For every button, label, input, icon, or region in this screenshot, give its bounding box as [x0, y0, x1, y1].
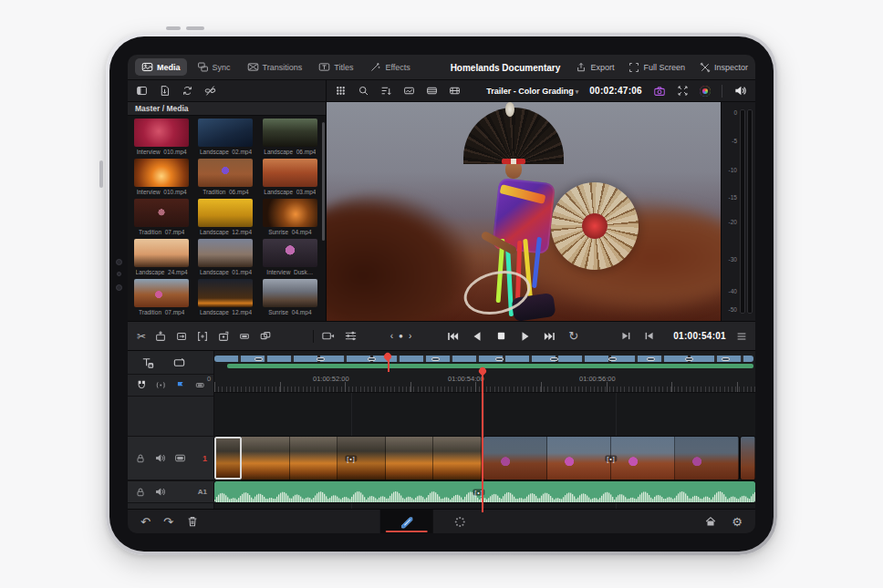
- clip-thumbnail[interactable]: [198, 119, 253, 147]
- playhead[interactable]: [482, 367, 483, 512]
- mute-speaker-icon[interactable]: [154, 486, 166, 498]
- speaker-icon[interactable]: [733, 84, 747, 98]
- match-frame-in-icon[interactable]: [643, 330, 655, 342]
- step-back-button[interactable]: [471, 330, 483, 343]
- tab-sync[interactable]: Sync: [191, 58, 237, 76]
- jog-dot[interactable]: ●: [399, 332, 403, 340]
- lock-icon[interactable]: [135, 487, 146, 498]
- strip-view-icon[interactable]: [426, 85, 438, 97]
- smart-insert-icon[interactable]: [154, 330, 167, 343]
- tab-transitions[interactable]: Transitions: [241, 58, 309, 76]
- media-clip[interactable]: Landscape_03.mp4: [260, 159, 320, 199]
- clip-thumbnail[interactable]: [134, 279, 189, 307]
- sunset-clip[interactable]: [•]: [214, 437, 482, 480]
- play-button[interactable]: [519, 330, 532, 343]
- jog-left[interactable]: ‹: [390, 331, 393, 341]
- timeline-name[interactable]: Trailer - Color Grading▾: [486, 87, 578, 96]
- split-clip-icon[interactable]: ✂: [137, 331, 146, 342]
- trim-sliders-icon[interactable]: [344, 329, 358, 343]
- jog-control[interactable]: ‹ ● ›: [390, 331, 412, 341]
- clip-thumbnail[interactable]: [263, 119, 317, 147]
- import-media-icon[interactable]: [159, 85, 171, 97]
- timeline-ruler[interactable]: 001:00:52:0001:00:54:0001:00:56:00: [214, 371, 755, 393]
- go-to-end-button[interactable]: [544, 330, 556, 343]
- linked-selection-icon[interactable]: [155, 379, 166, 391]
- clip-thumbnail[interactable]: [134, 199, 189, 227]
- source-tape-icon[interactable]: [321, 329, 335, 343]
- settings-gear-button[interactable]: ⚙: [732, 516, 743, 528]
- resync-media-icon[interactable]: [182, 85, 193, 97]
- source-overwrite-icon[interactable]: [259, 330, 272, 343]
- fit-viewer-icon[interactable]: [677, 85, 689, 97]
- clip-thumbnail[interactable]: [263, 199, 317, 227]
- place-on-top-icon[interactable]: [238, 330, 251, 343]
- redo-button[interactable]: ↷: [163, 516, 173, 528]
- clip-tool-icon[interactable]: [172, 356, 186, 369]
- trim-mode-tool-icon[interactable]: [140, 356, 154, 369]
- media-clip[interactable]: Landscape_24.mp4: [131, 239, 192, 279]
- media-clip[interactable]: Tradition_07.mp4: [131, 199, 192, 239]
- audio-clip[interactable]: [•]: [214, 481, 755, 502]
- cut-page-tab[interactable]: [380, 510, 433, 533]
- search-icon[interactable]: [358, 85, 369, 97]
- mute-speaker-icon[interactable]: [154, 452, 166, 464]
- clip-thumbnail[interactable]: [263, 159, 317, 187]
- viewer[interactable]: [327, 102, 721, 321]
- relink-media-icon[interactable]: [204, 85, 216, 97]
- media-clip[interactable]: Landscape_12.mp4: [195, 199, 255, 239]
- audio-track-header[interactable]: A1: [128, 480, 214, 503]
- media-clip[interactable]: Interview_Dusk…: [260, 239, 320, 279]
- timeline-options-icon[interactable]: [735, 330, 748, 343]
- jog-right[interactable]: ›: [409, 331, 411, 341]
- color-wheel-icon[interactable]: [700, 86, 711, 97]
- clip-thumbnail[interactable]: [198, 279, 253, 307]
- breadcrumb[interactable]: Master / Media: [128, 102, 326, 116]
- clip-thumbnail[interactable]: [263, 279, 317, 307]
- clip-thumbnail[interactable]: [134, 159, 189, 187]
- close-up-icon[interactable]: [217, 330, 230, 343]
- home-button[interactable]: [704, 515, 717, 528]
- clip-thumbnail[interactable]: [198, 199, 253, 227]
- dancers-clip[interactable]: [•]: [483, 437, 739, 480]
- match-frame-out-icon[interactable]: [620, 330, 632, 342]
- full-screen-button[interactable]: Full Screen: [628, 62, 685, 73]
- camera-icon[interactable]: [653, 85, 666, 98]
- media-clip[interactable]: Landscape_06.mp4: [260, 119, 320, 159]
- append-clip-icon[interactable]: [175, 330, 188, 343]
- stop-button[interactable]: [495, 330, 507, 342]
- media-clip[interactable]: Landscape_01.mp4: [195, 239, 255, 279]
- clip-thumbnail[interactable]: [134, 119, 189, 147]
- media-clip[interactable]: Interview_010.mp4: [131, 159, 192, 199]
- undo-button[interactable]: ↶: [140, 516, 151, 528]
- clip-color-icon[interactable]: [194, 379, 205, 391]
- video-track-header[interactable]: 1: [128, 436, 214, 480]
- ripple-overwrite-icon[interactable]: [196, 330, 209, 343]
- export-button[interactable]: Export: [576, 62, 614, 73]
- color-page-tab[interactable]: [433, 510, 486, 533]
- snapping-magnet-icon[interactable]: [136, 379, 147, 391]
- media-clip[interactable]: Sunrise_04.mp4: [260, 199, 320, 239]
- trash-button[interactable]: [186, 515, 199, 528]
- loop-button[interactable]: ↻: [568, 330, 578, 342]
- tab-effects[interactable]: Effects: [363, 58, 416, 76]
- thumbnail-grid-icon[interactable]: [335, 85, 347, 97]
- media-clip[interactable]: Tradition_06.mp4: [195, 159, 255, 199]
- filmstrip-view-icon[interactable]: [449, 85, 461, 97]
- media-clip[interactable]: Landscape_12.mp4: [195, 279, 255, 319]
- sort-icon[interactable]: [380, 85, 392, 97]
- inspector-button[interactable]: Inspector: [700, 62, 748, 73]
- lock-icon[interactable]: [135, 453, 146, 464]
- track-visibility-icon[interactable]: [174, 452, 186, 464]
- tab-media[interactable]: Media: [135, 58, 187, 76]
- clip-thumbnail[interactable]: [198, 239, 253, 267]
- clip-thumbnail[interactable]: [198, 159, 253, 187]
- go-to-start-button[interactable]: [446, 330, 459, 343]
- media-clip[interactable]: Tradition_07.mp4: [131, 279, 192, 319]
- media-clip[interactable]: Sunrise_04.mp4: [260, 279, 320, 319]
- thumb-view-icon[interactable]: [403, 85, 415, 97]
- clip-thumbnail[interactable]: [134, 239, 189, 267]
- media-clip[interactable]: Landscape_02.mp4: [195, 119, 255, 159]
- clip-fragment[interactable]: [741, 437, 755, 480]
- bin-scrollbar[interactable]: [322, 122, 325, 241]
- tab-titles[interactable]: Titles: [312, 58, 359, 76]
